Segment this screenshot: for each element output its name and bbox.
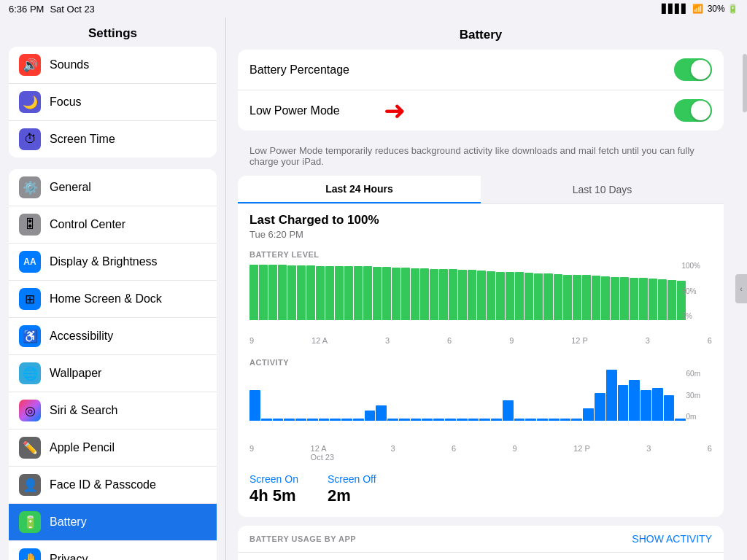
wallpaper-icon: 🌐	[19, 362, 41, 384]
app-row-netflix: N Netflix Audio 70%	[238, 553, 724, 560]
accessibility-icon: ♿	[19, 325, 41, 347]
home-screen-icon: ⊞	[19, 288, 41, 310]
usage-title: BATTERY USAGE BY APP	[249, 534, 356, 543]
screen-time-icon: ⏱	[19, 128, 41, 150]
sidebar-item-sounds[interactable]: 🔊 Sounds	[9, 47, 217, 84]
home-screen-label: Home Screen & Dock	[50, 292, 162, 306]
battery-chart-card: Last 24 Hours Last 10 Days Last Charged …	[238, 176, 724, 517]
low-power-description: Low Power Mode temporarily reduces backg…	[238, 139, 724, 176]
screen-on-stat: Screen On 4h 5m	[249, 473, 298, 505]
sidebar-item-wallpaper[interactable]: 🌐 Wallpaper	[9, 355, 217, 392]
sidebar-item-privacy[interactable]: 🤚 Privacy	[9, 541, 217, 560]
sidebar: Settings 🔊 Sounds 🌙 Focus ⏱ Screen Time …	[0, 18, 226, 560]
sidebar-section-2: ⚙️ General 🎛 Control Center AA Display &…	[9, 169, 217, 560]
display-icon: AA	[19, 251, 41, 273]
battery-level-chart: 100% 50% 0%	[238, 262, 724, 335]
control-center-label: Control Center	[50, 218, 125, 231]
usage-header: BATTERY USAGE BY APP SHOW ACTIVITY	[238, 526, 724, 553]
screen-off-stat: Screen Off 2m	[328, 473, 376, 505]
face-id-label: Face ID & Passcode	[50, 478, 156, 491]
battery-bars	[249, 262, 712, 320]
content-area: Battery Battery Percentage Low Power Mod…	[226, 18, 735, 560]
sidebar-title: Settings	[0, 18, 225, 47]
sounds-icon: 🔊	[19, 54, 41, 76]
charged-title: Last Charged to 100%	[249, 213, 712, 228]
apple-pencil-label: Apple Pencil	[50, 441, 115, 454]
status-bar: 6:36 PM Sat Oct 23 ▋▋▋▋ 📶 30% 🔋	[0, 0, 747, 18]
battery-toggles-card: Battery Percentage Low Power Mode ➜	[238, 50, 724, 131]
sidebar-item-accessibility[interactable]: ♿ Accessibility	[9, 318, 217, 355]
low-power-toggle[interactable]	[674, 99, 712, 122]
activity-x-labels: 9 12 AOct 23 3 6 9 12 P 3 6	[238, 443, 724, 467]
sidebar-item-home-screen[interactable]: ⊞ Home Screen & Dock	[9, 281, 217, 318]
screen-stats: Screen On 4h 5m Screen Off 2m	[238, 467, 724, 517]
screen-off-label: Screen Off	[328, 473, 376, 485]
charged-sub: Tue 6:20 PM	[249, 229, 712, 240]
low-power-label: Low Power Mode	[249, 104, 340, 117]
battery-level-label: BATTERY LEVEL	[238, 243, 724, 262]
sidebar-item-screen-time[interactable]: ⏱ Screen Time	[9, 121, 217, 158]
scroll-area: ‹	[735, 18, 747, 560]
signal-icon: ▋▋▋▋	[662, 4, 688, 14]
battery-status: 30% 🔋	[708, 4, 738, 14]
app-usage-card: BATTERY USAGE BY APP SHOW ACTIVITY N Net…	[238, 526, 724, 560]
battery-y-axis: 100% 50% 0%	[681, 262, 700, 320]
screen-off-value: 2m	[328, 486, 376, 505]
arrow-indicator: ➜	[384, 96, 406, 126]
battery-icon: 🔋	[19, 511, 41, 533]
sidebar-section-1: 🔊 Sounds 🌙 Focus ⏱ Screen Time	[9, 47, 217, 158]
scroll-handle[interactable]	[743, 54, 747, 112]
low-power-row: Low Power Mode ➜	[238, 90, 724, 131]
status-time-date: 6:36 PM Sat Oct 23	[9, 4, 95, 15]
status-date: Sat Oct 23	[50, 4, 94, 15]
battery-x-labels: 9 12 A 3 6 9 12 P 3 6	[238, 335, 724, 351]
status-time: 6:36 PM	[9, 4, 44, 15]
siri-label: Siri & Search	[50, 404, 117, 417]
focus-label: Focus	[50, 96, 82, 109]
general-label: General	[50, 181, 91, 194]
sidebar-collapse-handle[interactable]: ‹	[735, 274, 747, 303]
screen-on-label: Screen On	[249, 473, 298, 485]
tab-24h[interactable]: Last 24 Hours	[238, 176, 481, 203]
face-id-icon: 👤	[19, 474, 41, 496]
sidebar-item-battery[interactable]: 🔋 Battery	[9, 504, 217, 541]
battery-percentage-label: Battery Percentage	[249, 63, 349, 77]
sidebar-item-display[interactable]: AA Display & Brightness	[9, 244, 217, 281]
focus-icon: 🌙	[19, 91, 41, 113]
control-center-icon: 🎛	[19, 214, 41, 236]
sounds-label: Sounds	[50, 58, 89, 71]
battery-percentage-toggle[interactable]	[674, 58, 712, 81]
accessibility-label: Accessibility	[50, 330, 113, 343]
privacy-label: Privacy	[50, 553, 88, 560]
siri-icon: ◎	[19, 400, 41, 421]
sidebar-item-siri[interactable]: ◎ Siri & Search	[9, 392, 217, 429]
sidebar-item-face-id[interactable]: 👤 Face ID & Passcode	[9, 467, 217, 504]
show-activity-button[interactable]: SHOW ACTIVITY	[632, 533, 712, 545]
sidebar-item-apple-pencil[interactable]: ✏️ Apple Pencil	[9, 429, 217, 467]
privacy-icon: 🤚	[19, 548, 41, 560]
battery-label: Battery	[50, 516, 87, 529]
activity-bars	[249, 370, 712, 421]
apple-pencil-icon: ✏️	[19, 437, 41, 459]
activity-y-axis: 60m 30m 0m	[686, 370, 700, 421]
tab-10d[interactable]: Last 10 Days	[481, 176, 724, 203]
charged-info: Last Charged to 100% Tue 6:20 PM	[238, 204, 724, 243]
content-title: Battery	[226, 18, 735, 50]
battery-percentage-row: Battery Percentage	[238, 50, 724, 90]
sidebar-item-general[interactable]: ⚙️ General	[9, 169, 217, 206]
time-range-tabs: Last 24 Hours Last 10 Days	[238, 176, 724, 204]
status-icons: ▋▋▋▋ 📶 30% 🔋	[662, 4, 738, 14]
screen-on-value: 4h 5m	[249, 486, 298, 505]
activity-label: ACTIVITY	[238, 351, 724, 370]
general-icon: ⚙️	[19, 176, 41, 198]
display-label: Display & Brightness	[50, 255, 158, 268]
activity-chart: 60m 30m 0m	[238, 370, 724, 443]
sidebar-item-focus[interactable]: 🌙 Focus	[9, 84, 217, 121]
wallpaper-label: Wallpaper	[50, 367, 101, 380]
sidebar-item-control-center[interactable]: 🎛 Control Center	[9, 206, 217, 244]
wifi-icon: 📶	[692, 4, 703, 14]
screen-time-label: Screen Time	[50, 133, 115, 146]
